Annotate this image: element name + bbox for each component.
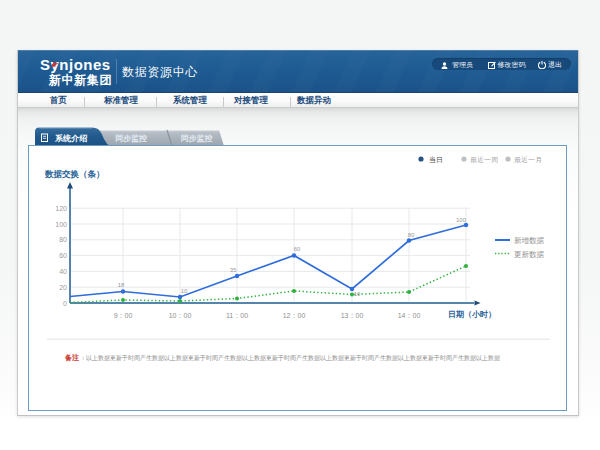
svg-text:10: 10 (354, 291, 361, 297)
svg-text:最近一月: 最近一月 (514, 156, 542, 164)
svg-text:10: 10 (181, 288, 188, 294)
svg-text:：以上数据更新于时间产生数据以上数据更新于时间产生数据以上数: ：以上数据更新于时间产生数据以上数据更新于时间产生数据以上数据更新于时间产生数据… (80, 354, 500, 362)
svg-text:11：00: 11：00 (226, 312, 248, 319)
svg-text:40: 40 (59, 268, 67, 275)
svg-text:35: 35 (230, 267, 237, 273)
svg-text:数据交换（条）: 数据交换（条） (44, 169, 105, 179)
svg-text:0: 0 (63, 300, 67, 307)
svg-text:80: 80 (59, 236, 67, 243)
svg-text:同步监控: 同步监控 (115, 134, 147, 143)
svg-text:9：00: 9：00 (114, 312, 133, 319)
svg-text:13：00: 13：00 (341, 312, 364, 319)
svg-text:新增数据: 新增数据 (514, 236, 545, 245)
svg-text:100: 100 (55, 221, 67, 228)
svg-text:120: 120 (55, 205, 67, 212)
svg-text:当日: 当日 (429, 156, 443, 164)
svg-text:10：00: 10：00 (169, 312, 192, 319)
svg-text:100: 100 (456, 217, 467, 223)
svg-text:最近一周: 最近一周 (470, 156, 498, 163)
svg-text:12：00: 12：00 (283, 312, 306, 319)
svg-text:日期（小时）: 日期（小时） (448, 310, 496, 319)
svg-text:80: 80 (408, 232, 415, 238)
svg-text:18: 18 (118, 282, 125, 288)
svg-text:14：00: 14：00 (398, 312, 421, 319)
svg-text:更新数据: 更新数据 (514, 250, 545, 259)
svg-text:备注: 备注 (64, 353, 79, 362)
svg-text:60: 60 (294, 246, 301, 252)
svg-text:20: 20 (59, 284, 67, 291)
svg-text:系统介绍: 系统介绍 (54, 133, 87, 143)
svg-text:60: 60 (59, 252, 67, 259)
svg-text:同步监控: 同步监控 (181, 134, 213, 143)
